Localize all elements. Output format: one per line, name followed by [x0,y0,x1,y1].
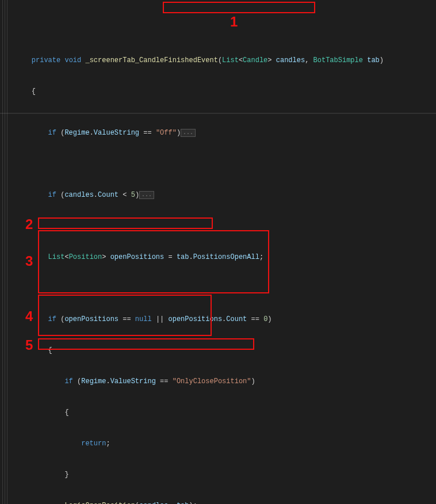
code-line: if (openPositions == null || openPositio… [15,314,436,324]
code-line: if (Regime.ValueString == "OnlyClosePosi… [15,376,436,387]
annotation-label-1: 1 [230,12,238,32]
code-line [15,159,436,169]
code-line: return; [15,438,436,449]
code-line: { [15,345,436,356]
code-line: } [15,469,436,480]
code-line [15,221,436,231]
code-line: if (candles.Count < 5)... [15,190,436,200]
code-line: private void _screenerTab_CandleFinished… [15,55,436,66]
code-line [15,283,436,293]
code-line: { [15,86,436,97]
ruler-line [0,113,436,114]
code-line: List<Position> openPositions = tab.Posit… [15,252,436,262]
fold-icon[interactable]: ... [181,129,196,137]
code-editor[interactable]: private void _screenerTab_CandleFinished… [0,0,436,504]
code-line: LogicOpenPosition(candles, tab); [15,501,436,504]
code-line: if (Regime.ValueString == "Off")... [15,128,436,138]
annotation-box-1 [163,2,315,13]
code-line: { [15,407,436,418]
indent-guides [2,0,3,504]
fold-icon[interactable]: ... [139,191,154,199]
